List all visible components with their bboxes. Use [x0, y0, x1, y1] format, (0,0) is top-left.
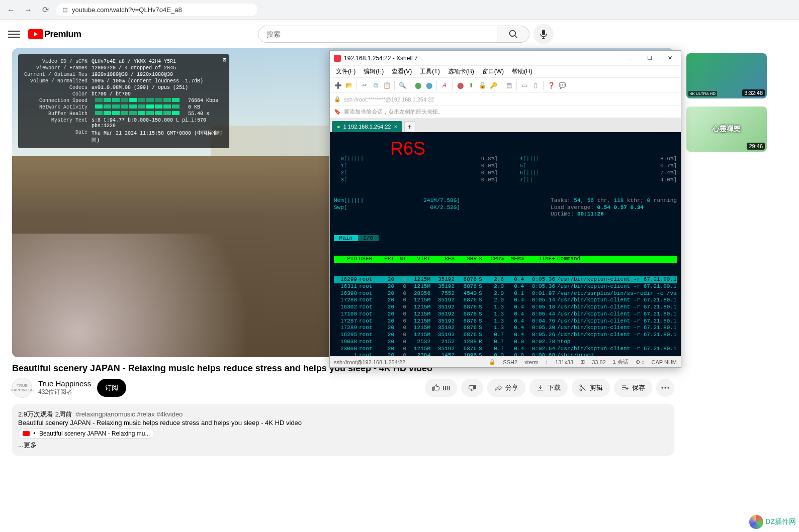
layout-icon[interactable]: ▤ [504, 80, 514, 90]
search-box [258, 26, 529, 43]
xshell-toolbar: ➕ 📂 ✂ ⧉ 📋 🔍 ⬤ ⬤ A ⬤ ⬆ 🔓 🔑 ▤ ▭ ▯ ❓ 💬 [330, 78, 681, 93]
copy-icon[interactable]: ⧉ [371, 80, 381, 90]
back-button[interactable]: ← [5, 4, 17, 16]
playlist-add-icon [621, 384, 629, 392]
voice-search-button[interactable] [534, 24, 554, 44]
menu-item[interactable]: 查看(V) [389, 66, 415, 77]
search-button[interactable] [497, 26, 529, 43]
stats-row: Viewport / Frames1280x720 / 4 dropped of… [22, 65, 225, 71]
key-icon[interactable]: 🔑 [488, 80, 498, 90]
column-header[interactable]: PID [334, 256, 358, 263]
process-row[interactable]: 17288root2001215M351926876S2.00.40:05.14… [334, 297, 677, 304]
status-caps: CAP NUM [651, 359, 677, 365]
address-bar[interactable]: ⊡ youtube.com/watch?v=QLHv7o4E_a8 [56, 4, 257, 16]
channel-avatar[interactable]: TRUEHAPPINESS [12, 378, 32, 398]
process-row[interactable]: 17289root2001215M351926876S1.30.40:05.30… [334, 325, 677, 332]
youtube-logo[interactable]: Premium [28, 29, 81, 40]
xshell-window: 192.168.1.254:22 - Xshell 7 — ☐ ✕ 文件(F)编… [329, 50, 681, 368]
video-thumbnail[interactable]: 3:32:484K ULTRA HD [686, 53, 767, 98]
forward-button[interactable]: → [22, 4, 34, 16]
paste-icon[interactable]: 📋 [382, 80, 392, 90]
tab-close-icon[interactable]: × [394, 124, 397, 130]
video-link-pill[interactable]: • Beautiful scenery JAPAN - Relaxing mu.… [18, 429, 154, 439]
process-row[interactable]: 16302root2001215M351926876S1.30.40:05.18… [334, 304, 677, 311]
xshell-status-bar: ssh://root@192.168.1.254:22 🔒 SSH2 xterm… [330, 356, 681, 367]
new-session-icon[interactable]: ➕ [333, 80, 343, 90]
close-button[interactable]: ✕ [663, 53, 677, 63]
tool-icon-1[interactable]: ✂ [360, 80, 370, 90]
hashtags[interactable]: #relaxingpianomusic #relax #4kvideo [75, 410, 183, 418]
subscribe-button[interactable]: 订阅 [97, 379, 126, 397]
process-row[interactable]: 16295root2001215M351926876S0.70.40:05.26… [334, 332, 677, 339]
help-icon[interactable]: ❓ [546, 80, 556, 90]
thumbs-up-icon [432, 384, 440, 392]
menu-item[interactable]: 工具(T) [417, 66, 442, 77]
disconnect-icon[interactable]: ⬤ [424, 80, 434, 90]
column-header[interactable]: NI [395, 256, 407, 263]
connect-icon[interactable]: ⬤ [413, 80, 423, 90]
site-info-icon[interactable]: ⊡ [62, 6, 68, 14]
font-icon[interactable]: A [439, 80, 450, 90]
bookmark-icon[interactable]: 🔖 [334, 109, 341, 115]
process-row[interactable]: 23000root2001215M351926876S0.70.40:02.64… [334, 346, 677, 353]
menu-item[interactable]: 文件(F) [333, 66, 359, 77]
column-header[interactable]: VIRT [407, 256, 431, 263]
channel-name[interactable]: True Happiness [38, 379, 91, 388]
theme-icon[interactable]: ⬤ [455, 80, 465, 90]
xshell-titlebar[interactable]: 192.168.1.254:22 - Xshell 7 — ☐ ✕ [330, 51, 681, 66]
lock-icon[interactable]: 🔓 [477, 80, 487, 90]
process-row[interactable]: 16398root2002805675524540S2.00.10:01.97/… [334, 290, 677, 297]
minimize-button[interactable]: — [623, 53, 637, 63]
download-button[interactable]: 下载 [529, 379, 568, 397]
process-row[interactable]: 1root200238414521096S0.00.00:00.68/sbin/… [334, 352, 677, 356]
video-thumbnail[interactable]: 29:46心靈禪樂 [686, 107, 767, 152]
process-row[interactable]: 17100root2001215M351926876S1.30.40:05.44… [334, 311, 677, 318]
menu-item[interactable]: 编辑(E) [361, 66, 387, 77]
column-header[interactable]: CPU% [485, 256, 505, 263]
menu-item[interactable]: 帮助(H) [509, 66, 536, 77]
session-tab[interactable]: ● 1 192.168.1.254:22 × [332, 121, 402, 132]
share-button[interactable]: 分享 [487, 379, 525, 397]
recommendations-sidebar: 3:32:484K ULTRA HD29:46心靈禪樂 [686, 48, 787, 456]
menu-item[interactable]: 选项卡(B) [445, 66, 477, 77]
menu-item[interactable]: 窗口(W) [479, 66, 507, 77]
column-header[interactable]: SHR [456, 256, 478, 263]
process-row[interactable]: 16311root2001215M351926876S2.00.40:05.36… [334, 283, 677, 290]
ftp-icon[interactable]: ⬆ [466, 80, 476, 90]
search-input[interactable] [258, 26, 497, 43]
process-row[interactable]: 17287root2001215M351926876S1.30.40:04.76… [334, 318, 677, 325]
like-button[interactable]: 88 [425, 379, 457, 397]
column-header[interactable]: Command [556, 256, 677, 263]
save-button[interactable]: 保存 [614, 379, 652, 397]
split-h-icon[interactable]: ▭ [519, 80, 529, 90]
session-addr[interactable]: ssh://root:********@192.168.1.254:22 [344, 96, 434, 102]
column-header[interactable]: USER [358, 256, 380, 263]
terminal-output[interactable]: R6S 0[||||| 9.8%] 1[ 0.0%] 2[ 0.0%] 3[ 0… [330, 132, 681, 356]
stats-close-button[interactable]: ⊠ [223, 56, 226, 64]
column-header[interactable]: TIME+ [525, 256, 556, 263]
stats-row: Codecsav01.0.08M.08 (399) / opus (251) [22, 84, 225, 91]
search-icon[interactable]: 🔍 [397, 80, 407, 90]
addr-lock-icon: 🔒 [334, 96, 341, 102]
htop-tab[interactable]: I/O [358, 235, 379, 241]
show-more-button[interactable]: ...更多 [18, 441, 37, 449]
column-header[interactable]: RES [431, 256, 456, 263]
stats-row: Current / Optimal Res1920x1080@30 / 1920… [22, 71, 225, 78]
column-header[interactable]: MEM% [505, 256, 525, 263]
reload-button[interactable]: ⟳ [39, 4, 51, 16]
dislike-button[interactable] [461, 379, 483, 397]
process-row[interactable]: 19038root200253221521288R0.70.00:02.78ht… [334, 339, 677, 346]
maximize-button[interactable]: ☐ [643, 53, 657, 63]
process-row[interactable]: 16299root2001215M351926876S2.60.40:05.36… [334, 276, 677, 283]
column-header[interactable]: S [478, 256, 485, 263]
split-v-icon[interactable]: ▯ [530, 80, 541, 90]
add-tab-button[interactable]: + [404, 121, 415, 132]
clip-button[interactable]: 剪辑 [572, 379, 610, 397]
column-header[interactable]: PRI [380, 256, 395, 263]
htop-tab[interactable]: Main [334, 235, 358, 241]
open-icon[interactable]: 📂 [344, 80, 354, 90]
hamburger-menu[interactable] [8, 28, 20, 40]
about-icon[interactable]: 💬 [557, 80, 567, 90]
more-actions-button[interactable] [656, 379, 674, 397]
description-box[interactable]: 2.9万次观看 2周前 #relaxingpianomusic #relax #… [12, 404, 674, 456]
